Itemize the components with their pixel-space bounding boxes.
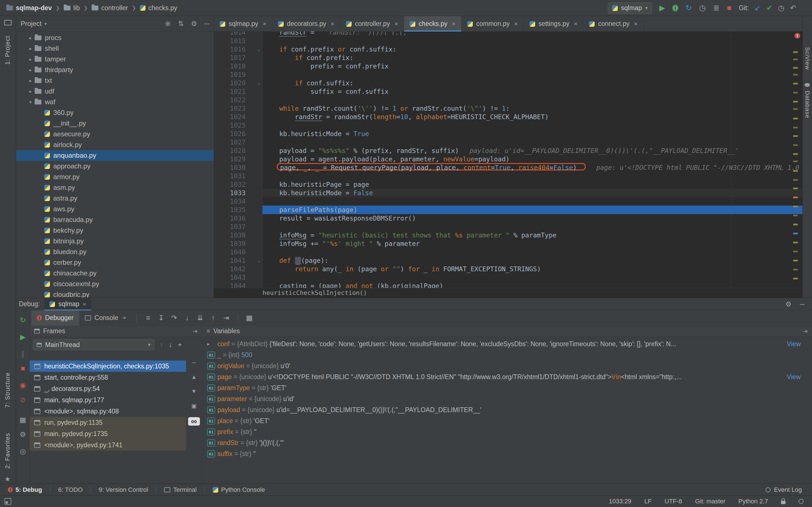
tree-file-airlock.py[interactable]: airlock.py [16, 139, 214, 150]
tree-chevron-icon[interactable]: ▸ [26, 57, 35, 62]
chevron-down-icon[interactable]: ▾ [45, 21, 47, 26]
stripe-mark[interactable] [793, 224, 798, 225]
line-number[interactable]: 1021 [214, 87, 255, 96]
editor-tab-common.py[interactable]: common.py× [462, 16, 524, 32]
editor-tab-decorators.py[interactable]: decorators.py× [272, 16, 340, 32]
view-link[interactable]: View [787, 340, 801, 348]
git-commit-icon[interactable]: ✔ [766, 4, 772, 12]
stripe-mark[interactable] [793, 242, 798, 243]
line-number[interactable]: 1044 [214, 282, 255, 288]
glasses-toggle[interactable]: oo [188, 417, 200, 426]
stripe-mark[interactable] [793, 251, 798, 252]
line-number[interactable]: 1029 [214, 155, 255, 163]
line-number[interactable]: 1033 [214, 189, 255, 197]
stack-frame[interactable]: heuristicCheckSqlInjection, checks.py:10… [30, 360, 186, 372]
line-number[interactable]: 1036 [214, 214, 255, 223]
tree-file-chinacache.py[interactable]: chinacache.py [16, 268, 214, 279]
step-out-icon[interactable]: ↑ [207, 314, 220, 322]
fold-marker-icon[interactable]: ⌄ [255, 79, 262, 87]
stripe-mark[interactable] [793, 153, 798, 155]
fold-marker-icon[interactable]: ⌄ [255, 45, 262, 54]
hide-panel-icon[interactable]: ─ [204, 20, 209, 27]
line-number[interactable]: 1017 [214, 54, 255, 62]
gear-icon[interactable]: ⚙ [785, 300, 792, 308]
tab-debugger[interactable]: Debugger [31, 311, 79, 326]
collapse-all-icon[interactable]: ⇅ [178, 20, 184, 27]
evaluate-expression-icon[interactable]: ▦ [243, 314, 256, 322]
breadcrumb-item[interactable]: checks.py [140, 4, 177, 12]
line-number[interactable]: 1016 [214, 45, 255, 54]
tree-file-__init__.py[interactable]: __init__.py [16, 118, 214, 129]
git-branch[interactable]: Git: master [695, 498, 725, 505]
stop-button[interactable]: ■ [727, 4, 731, 12]
close-icon[interactable]: × [574, 20, 578, 27]
pin-icon[interactable]: ◎ [16, 448, 30, 455]
line-number[interactable]: 1025 [214, 121, 255, 129]
stripe-button-database[interactable]: Database [804, 91, 811, 118]
next-frame-icon[interactable]: ↓ [169, 341, 172, 349]
dock-icon[interactable]: ⇥ [803, 328, 808, 335]
fold-marker-icon[interactable]: ⌄ [255, 256, 262, 265]
tree-file-bitninja.py[interactable]: bitninja.py [16, 236, 214, 246]
line-number[interactable]: 1020 [214, 79, 255, 87]
stack-frame[interactable]: run, pydevd.py:1135 [30, 417, 186, 428]
line-number[interactable]: 1041 [214, 256, 255, 265]
stripe-mark[interactable] [793, 67, 798, 69]
line-number[interactable]: 1032 [214, 180, 255, 189]
tree-file-bluedon.py[interactable]: bluedon.py [16, 246, 214, 257]
close-icon[interactable]: × [263, 20, 266, 27]
stop-icon[interactable]: ■ [16, 365, 30, 372]
tree-chevron-icon[interactable]: ▸ [26, 89, 35, 94]
scroll-up-icon[interactable]: ▲ [191, 374, 197, 380]
variable-row[interactable]: 01suffix = {str} '' [202, 448, 812, 459]
debug-session-tab[interactable]: sqlmap × [44, 298, 91, 311]
previous-frame-icon[interactable]: ↑ [160, 341, 163, 349]
editor-tab-settings.py[interactable]: settings.py× [524, 16, 583, 32]
pause-icon[interactable]: ∥ [16, 350, 30, 357]
code-area[interactable]: 1014 randStr = randStr: ')())\'(.(,"'101… [214, 32, 802, 288]
toolwindow-button-Terminal[interactable]: Terminal [160, 484, 200, 496]
variable-row[interactable]: 01prefix = {str} '' [202, 427, 812, 438]
editor-tab-controller.py[interactable]: controller.py× [340, 16, 404, 32]
stripe-mark[interactable] [793, 161, 798, 162]
variable-row[interactable]: 01payload = {unicode} u'id=__PAYLOAD_DEL… [202, 404, 812, 415]
event-log-button[interactable]: Event Log [765, 486, 812, 494]
dock-icon[interactable]: ⇥ [193, 328, 197, 335]
line-number[interactable]: 1019 [214, 70, 255, 79]
run-to-cursor-icon[interactable]: ⇥ [220, 314, 233, 322]
tree-folder-waf[interactable]: ▾waf [16, 97, 214, 107]
git-update-icon[interactable]: ↙ [755, 4, 761, 12]
python-interpreter[interactable]: Python 2.7 [739, 498, 768, 505]
close-icon[interactable]: × [395, 20, 398, 27]
editor-breadcrumb[interactable]: heuristicCheckSqlInjection() [214, 288, 802, 298]
tree-folder-procs[interactable]: ▸procs [16, 33, 214, 43]
tree-folder-txt[interactable]: ▸txt [16, 75, 214, 86]
scroll-down-icon[interactable]: ▼ [191, 388, 197, 395]
toolwindow-toggle-icon[interactable] [4, 498, 11, 505]
settings-gear-icon[interactable]: ⚙ [16, 431, 30, 438]
stripe-mark[interactable] [793, 196, 798, 198]
stripe-mark[interactable] [793, 135, 798, 137]
resume-icon[interactable]: ▶ [16, 334, 30, 341]
file-encoding[interactable]: UTF-8 [665, 498, 682, 505]
stripe-mark[interactable] [793, 83, 798, 84]
stripe-mark[interactable] [793, 74, 798, 75]
stripe-mark[interactable] [793, 118, 798, 119]
variable-row[interactable]: 01parameter = {unicode} u'id' [202, 393, 812, 404]
tree-chevron-icon[interactable]: ▾ [26, 100, 35, 105]
line-number[interactable]: 1022 [214, 96, 255, 104]
tree-file-astra.py[interactable]: astra.py [16, 193, 214, 204]
line-number[interactable]: 1042 [214, 265, 255, 273]
tree-folder-tamper[interactable]: ▸tamper [16, 54, 214, 64]
hide-panel-icon[interactable]: ─ [800, 300, 805, 308]
tree-file-aesecure.py[interactable]: aesecure.py [16, 129, 214, 139]
toolwindow-button-6: TODO[interactable]: 6: TODO [54, 484, 87, 496]
stack-frame[interactable]: <module>, sqlmap.py:408 [30, 406, 186, 417]
debug-button[interactable] [672, 5, 678, 11]
gear-icon[interactable]: ⚙ [191, 20, 197, 27]
line-number[interactable]: 1043 [214, 273, 255, 282]
tree-file-anquanbao.py[interactable]: anquanbao.py [16, 150, 214, 161]
toolwindow-button-Python Console[interactable]: Python Console [209, 484, 269, 496]
line-number[interactable]: 1018 [214, 62, 255, 70]
editor-tab-checks.py[interactable]: checks.py× [404, 16, 462, 32]
